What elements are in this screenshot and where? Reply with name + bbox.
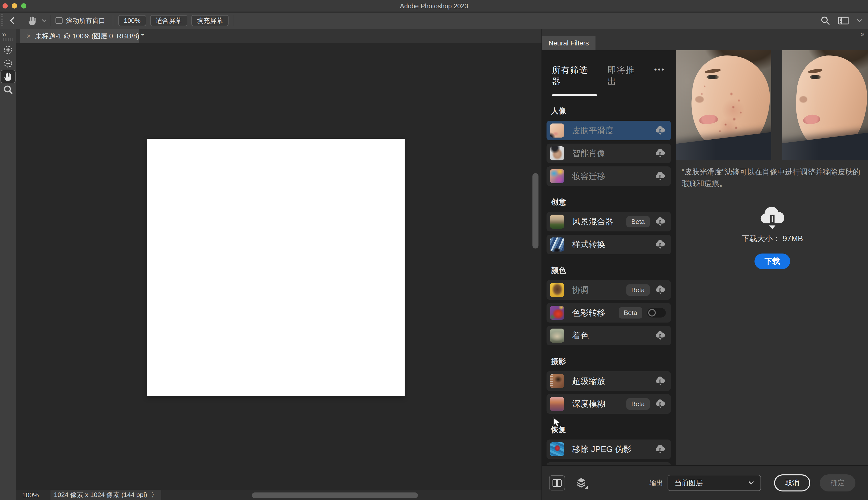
cancel-button[interactable]: 取消 [774, 474, 810, 491]
scroll-all-windows-label: 滚动所有窗口 [66, 16, 105, 25]
cloud-download-icon[interactable] [655, 239, 666, 250]
close-tab-icon[interactable]: × [26, 32, 31, 40]
filter-label: 着色 [572, 330, 589, 341]
scroll-all-windows-checkbox[interactable] [56, 17, 63, 24]
status-dimensions: 1024 像素 x 1024 像素 (144 ppi) [54, 490, 147, 499]
cloud-download-icon[interactable] [655, 171, 666, 181]
options-grip [1, 14, 3, 27]
filter-item-colorize[interactable]: 着色 [546, 326, 671, 345]
zoom-in-tool[interactable] [1, 44, 15, 56]
filter-item-makeup-transfer[interactable]: 妆容迁移 [546, 167, 671, 186]
section-header: 摄影 [551, 356, 666, 367]
filter-item-super-zoom[interactable]: 超级缩放 [546, 371, 671, 391]
filter-label: 色彩转移 [572, 307, 605, 319]
filter-detail-column: "皮肤光滑度"滤镜可以在肖像中进行调整并移除皮肤的瑕疵和痘痕。 下载大小： 97… [676, 50, 868, 465]
filter-item-style-transfer[interactable]: 样式转换 [546, 235, 671, 254]
cloud-download-icon[interactable] [655, 285, 666, 295]
filter-item-landscape-mixer[interactable]: 风景混合器Beta [546, 212, 671, 231]
tool-options-bar: 滚动所有窗口 100% 适合屏幕 填充屏幕 [0, 13, 868, 29]
fit-screen-button[interactable]: 适合屏幕 [150, 15, 187, 26]
tab-coming-soon[interactable]: 即将推出 [608, 64, 644, 96]
document-tab[interactable]: × 未标题-1 @ 100% (图层 0, RGB/8) * [20, 29, 139, 43]
filter-thumbnail [550, 397, 564, 411]
filter-thumbnail [550, 169, 564, 183]
vertical-scrollbar[interactable] [533, 173, 538, 249]
cloud-download-icon[interactable] [655, 444, 666, 454]
filter-thumbnail [550, 215, 564, 229]
panel-collapse-icon[interactable]: » [860, 30, 865, 38]
hand-icon [3, 71, 13, 82]
filter-thumbnail [550, 306, 564, 320]
chevron-down-icon [748, 481, 755, 485]
filter-label: 智能肖像 [572, 148, 605, 159]
show-layers-button[interactable] [575, 476, 588, 489]
status-zoom-level[interactable]: 100% [22, 491, 39, 499]
filter-item-depth-blur[interactable]: 深度模糊Beta [546, 394, 671, 414]
filter-label: 风景混合器 [572, 216, 614, 227]
filter-label: 样式转换 [572, 239, 605, 250]
filter-item-harmonization[interactable]: 协调Beta [546, 280, 671, 300]
status-document-info[interactable]: 1024 像素 x 1024 像素 (144 ppi) 〉 [51, 490, 161, 500]
filter-item-smart-portrait[interactable]: 智能肖像 [546, 144, 671, 163]
workspace-icon[interactable] [838, 16, 849, 25]
beta-badge: Beta [626, 398, 650, 410]
output-select[interactable]: 当前图层 [668, 475, 761, 491]
section-header: 颜色 [551, 265, 666, 276]
document-tab-bar: × 未标题-1 @ 100% (图层 0, RGB/8) * [16, 29, 542, 43]
fill-screen-button[interactable]: 填充屏幕 [191, 15, 229, 26]
titlebar: Adobe Photoshop 2023 [0, 0, 868, 12]
filter-item-photo-restoration[interactable]: 照片恢复新Beta [546, 462, 671, 465]
filter-thumbnail [550, 237, 564, 251]
cloud-download-icon[interactable] [655, 148, 666, 158]
filter-label: 移除 JPEG 伪影 [572, 444, 632, 455]
download-cloud-icon [757, 205, 788, 231]
filter-item-jpeg-artifacts-removal[interactable]: 移除 JPEG 伪影 [546, 440, 671, 459]
zoom-100-button[interactable]: 100% [118, 15, 146, 26]
horizontal-scrollbar[interactable] [252, 492, 418, 498]
filter-thumbnail [550, 374, 564, 388]
filter-item-color-transfer[interactable]: 色彩转移Beta [546, 303, 671, 322]
cloud-download-icon[interactable] [655, 125, 666, 136]
back-button[interactable] [3, 17, 21, 24]
download-button[interactable]: 下载 [755, 253, 790, 269]
preview-split-button[interactable] [549, 475, 565, 490]
tools-panel: » [0, 29, 16, 500]
filter-list-column: 所有筛选器 即将推出 ••• 人像皮肤平滑度 智能肖像 妆容迁移 创意风景混合器… [542, 50, 676, 465]
layers-icon [575, 476, 588, 489]
zoom-out-tool[interactable] [1, 57, 15, 70]
chevron-left-icon [9, 17, 15, 24]
chevron-down-icon[interactable] [856, 19, 863, 23]
zoom-tool[interactable] [1, 83, 15, 96]
panel-footer: 输出 当前图层 取消 确定 [542, 465, 868, 500]
filter-toggle[interactable] [647, 308, 666, 318]
filter-item-skin-smoothness[interactable]: 皮肤平滑度 [546, 121, 671, 140]
filter-sections: 人像皮肤平滑度 智能肖像 妆容迁移 创意风景混合器Beta 样式转换 颜色协调B… [542, 96, 676, 465]
panel-menu-icon[interactable]: ••• [654, 64, 665, 74]
ok-button[interactable]: 确定 [820, 474, 855, 491]
magnifier-icon [3, 84, 13, 95]
canvas-area [16, 43, 542, 490]
cloud-download-icon[interactable] [655, 331, 666, 341]
zoom-out-icon [3, 58, 13, 69]
split-view-icon [552, 479, 562, 487]
neural-filters-tab[interactable]: Neural Filters [542, 36, 596, 50]
cloud-download-icon[interactable] [655, 376, 666, 386]
chevron-down-icon [42, 19, 47, 22]
cloud-download-icon[interactable] [655, 217, 666, 227]
section-header: 创意 [551, 197, 666, 207]
zoom-in-icon [3, 45, 13, 55]
section-header: 人像 [551, 106, 666, 116]
search-icon[interactable] [820, 15, 830, 26]
hand-tool[interactable] [1, 70, 15, 83]
filter-label: 皮肤平滑度 [572, 125, 614, 136]
neural-filters-panel: » Neural Filters 所有筛选器 即将推出 ••• 人像皮肤平滑度 … [542, 29, 868, 500]
panel-collapse-icon[interactable]: » [2, 30, 6, 39]
tab-all-filters[interactable]: 所有筛选器 [552, 64, 597, 96]
filter-preview [676, 50, 868, 160]
hand-tool-option[interactable] [27, 15, 47, 26]
beta-badge: Beta [626, 284, 650, 296]
photoshop-window: Adobe Photoshop 2023 滚动所有窗口 100% 适合屏幕 填充… [0, 0, 868, 500]
cloud-download-icon[interactable] [655, 399, 666, 409]
output-select-value: 当前图层 [675, 478, 703, 488]
document-tab-title: 未标题-1 @ 100% (图层 0, RGB/8) * [35, 32, 144, 41]
